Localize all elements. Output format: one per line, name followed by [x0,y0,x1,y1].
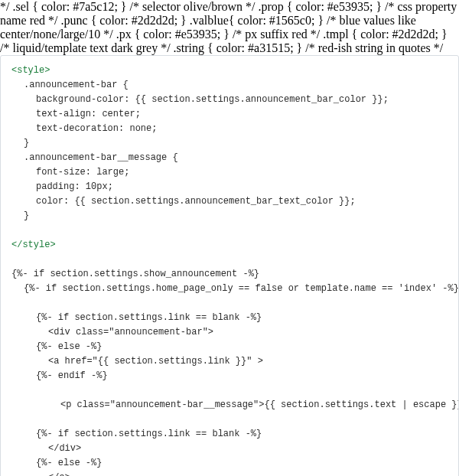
code-line [11,383,448,398]
code-token: px [96,181,107,192]
code-token: >{{ section.settings.text | escape }}</p… [259,399,459,410]
code-token: "announcement-bar__message" [110,399,259,410]
code-token: </style> [11,240,56,250]
code-token: : [91,109,102,119]
code-token: : {{ section.settings.announcement_bar_c… [124,94,389,105]
code-token: text-align [36,109,91,119]
code-block: <style>.announcement-bar {background-col… [0,55,459,476]
code-line: } [11,136,448,151]
code-token: <p class= [60,399,110,410]
code-token: background-color [36,94,124,105]
code-line: </div> [11,442,448,456]
code-token: {%- if section.settings.show_announcemen… [11,269,259,279]
code-line: text-decoration: none; [11,122,448,136]
code-line [11,223,448,238]
code-line: <p class="announcement-bar__message">{{ … [11,398,448,412]
code-line: {%- if section.settings.link == blank -%… [11,427,448,442]
code-token: color [36,196,63,207]
code-token: "{{ section.settings.link }}" [93,356,252,367]
code-line: color: {{ section.settings.announcement_… [11,194,448,209]
code-token: {%- endif -%} [36,370,108,381]
code-line: </a> [11,471,448,476]
code-line: </style> [11,238,448,253]
code-token: } [24,210,29,221]
code-token: ; [151,123,157,134]
code-line: {%- if section.settings.show_announcemen… [11,267,448,282]
code-token: <a href= [48,356,93,367]
code-line: {%- else -%} [11,456,448,471]
code-line: <a href="{{ section.settings.link }}" > [11,354,448,369]
code-token: .announcement-bar [24,80,117,90]
code-token: <style> [11,65,50,76]
code-token: 'index' [399,283,437,294]
code-token: {%- if section.settings.home_page_only =… [24,283,399,294]
code-token: { [167,152,177,163]
code-token: center [102,109,135,119]
code-line: .announcement-bar { [11,78,448,93]
code-token: {%- else -%} [36,341,102,352]
code-token: : {{ section.settings.announcement_bar_t… [63,196,356,207]
code-token: : [119,123,129,134]
code-token: <div class= [48,327,109,337]
code-token: </a> [48,472,70,476]
code-line: .announcement-bar__message { [11,151,448,165]
code-token: : [86,167,96,178]
code-token: padding [36,181,74,192]
code-token: </div> [48,443,81,454]
code-token: .announcement-bar__message [24,152,167,163]
code-token: text-decoration [36,123,119,134]
code-line: <div class="announcement-bar"> [11,325,448,340]
code-token: large [96,167,124,178]
code-token: "announcement-bar" [109,327,208,337]
code-line: padding: 10px; [11,180,448,194]
code-line: {%- else -%} [11,340,448,354]
code-line: {%- endif -%} [11,369,448,383]
code-token: {%- if section.settings.link == blank -%… [36,429,262,439]
code-token: : [74,181,85,192]
code-token: > [208,327,213,337]
code-line [11,296,448,311]
code-token: ; [108,181,113,192]
code-line: {%- if section.settings.home_page_only =… [11,282,448,296]
code-token: {%- if section.settings.link == blank -%… [36,312,262,323]
code-token: { [117,80,128,90]
code-token: 10 [86,181,96,192]
code-line: background-color: {{ section.settings.an… [11,93,448,107]
code-line: } [11,209,448,223]
code-line: font-size: large; [11,165,448,180]
code-token: font-size [36,167,86,178]
code-token: -%} [437,283,459,294]
code-line: <style> [11,64,448,78]
code-token: } [24,138,29,148]
code-token: none [129,123,151,134]
code-token: ; [135,109,141,119]
code-line [11,412,448,427]
code-line [11,253,448,267]
code-token: > [252,356,262,367]
code-token: {%- else -%} [36,458,102,468]
code-token: ; [124,167,129,178]
code-line: text-align: center; [11,107,448,122]
code-line: {%- if section.settings.link == blank -%… [11,311,448,325]
